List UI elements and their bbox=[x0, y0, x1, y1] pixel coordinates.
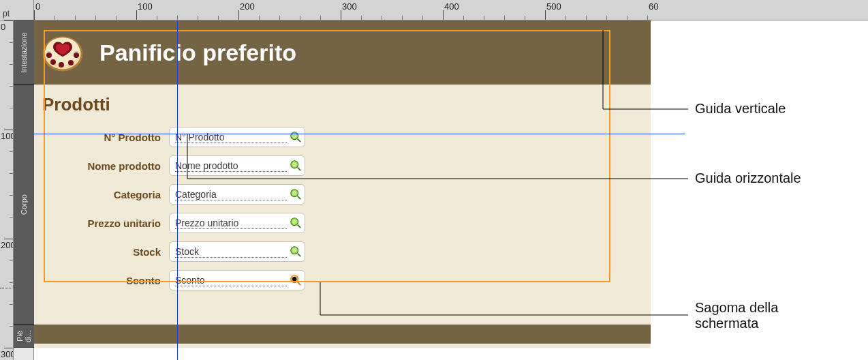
ruler-h-label: 60 bbox=[649, 1, 658, 12]
ruler-h-tick bbox=[565, 16, 566, 20]
ruler-h-label: 400 bbox=[444, 1, 459, 12]
ruler-h-tick bbox=[238, 10, 239, 20]
callout-screen-outline: Sagoma della schermata bbox=[695, 300, 831, 331]
ruler-h-tick bbox=[116, 16, 117, 20]
ruler-unit-label: pt bbox=[3, 9, 10, 18]
ruler-h-label: 200 bbox=[240, 1, 255, 12]
part-label-footer[interactable]: Piè di... bbox=[14, 325, 34, 348]
ruler-h-tick bbox=[586, 16, 587, 20]
ruler-h-tick bbox=[545, 10, 546, 20]
ruler-h-label: 100 bbox=[138, 1, 153, 12]
ruler-corner: pt bbox=[0, 0, 34, 20]
ruler-vertical[interactable]: 0100200300 bbox=[0, 20, 14, 360]
ruler-h-tick bbox=[484, 16, 484, 20]
ruler-h-tick bbox=[300, 16, 300, 20]
ruler-h-tick bbox=[361, 16, 362, 20]
ruler-v-label: 0 bbox=[1, 22, 5, 32]
ruler-h-tick bbox=[177, 16, 178, 20]
ruler-h-tick bbox=[382, 16, 382, 20]
ruler-v-tick bbox=[4, 130, 14, 130]
ruler-h-tick bbox=[402, 16, 403, 20]
ruler-h-tick bbox=[525, 16, 525, 20]
ruler-h-tick bbox=[75, 16, 76, 20]
ruler-h-tick bbox=[34, 10, 35, 20]
ruler-h-tick bbox=[198, 16, 198, 20]
ruler-h-tick bbox=[627, 16, 627, 20]
ruler-v-tick bbox=[4, 348, 14, 348]
part-label-header[interactable]: Intestazione bbox=[14, 20, 34, 85]
ruler-h-tick bbox=[606, 16, 607, 20]
ruler-v-tick bbox=[4, 20, 14, 21]
callout-vertical-guide: Guida verticale bbox=[695, 101, 786, 117]
ruler-v-tick bbox=[4, 239, 14, 239]
ruler-h-tick bbox=[341, 10, 341, 20]
ruler-h-tick bbox=[218, 16, 219, 20]
part-label-body[interactable]: Corpo bbox=[14, 85, 34, 325]
ruler-h-tick bbox=[443, 10, 444, 20]
ruler-h-label: 500 bbox=[546, 1, 561, 12]
callout-horizontal-guide: Guida orizzontale bbox=[695, 170, 801, 186]
ruler-v-part-marker bbox=[0, 288, 14, 288]
part-gutter: Intestazione Corpo Piè di... bbox=[14, 20, 34, 360]
ruler-h-tick bbox=[504, 16, 505, 20]
ruler-v-label: 200 bbox=[1, 240, 14, 250]
ruler-h-tick bbox=[95, 16, 96, 20]
ruler-h-tick bbox=[279, 16, 280, 20]
ruler-h-tick bbox=[422, 16, 423, 20]
ruler-h-tick bbox=[157, 16, 157, 20]
ruler-h-tick bbox=[136, 10, 137, 20]
ruler-h-tick bbox=[320, 16, 321, 20]
ruler-v-label: 100 bbox=[1, 131, 14, 141]
ruler-h-tick bbox=[647, 16, 648, 20]
ruler-h-tick bbox=[55, 16, 55, 20]
ruler-horizontal[interactable]: 010020030040050060 bbox=[34, 0, 868, 20]
ruler-h-label: 300 bbox=[342, 1, 357, 12]
ruler-h-tick bbox=[463, 16, 464, 20]
ruler-h-tick bbox=[259, 16, 260, 20]
ruler-h-label: 0 bbox=[35, 1, 40, 12]
ruler-v-label: 300 bbox=[1, 349, 14, 359]
